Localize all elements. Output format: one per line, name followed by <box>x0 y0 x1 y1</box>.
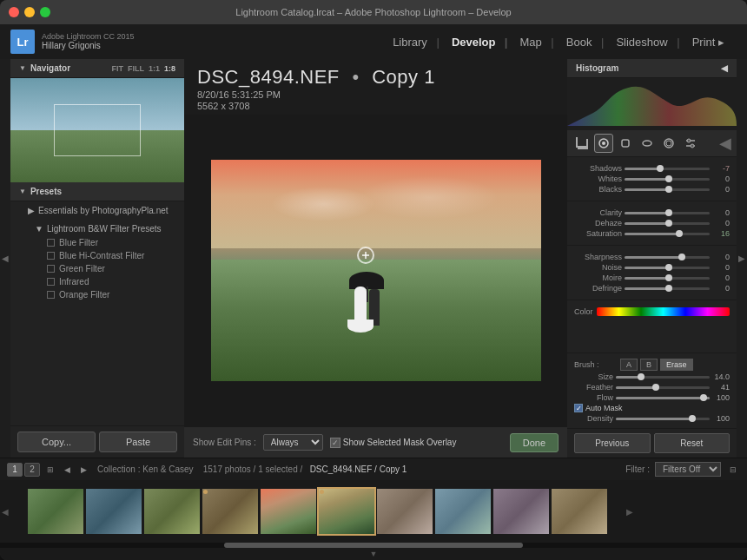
copy-button[interactable]: Copy... <box>17 432 96 452</box>
filmstrip-right-toggle[interactable]: ▶ <box>625 480 635 543</box>
nav-book[interactable]: Book <box>554 36 605 49</box>
filmstrip-left-toggle[interactable]: ◀ <box>0 480 10 543</box>
whites-track[interactable] <box>625 178 710 181</box>
minimize-button[interactable] <box>24 7 35 17</box>
dehaze-track[interactable] <box>625 222 710 225</box>
zoom-1-8[interactable]: 1:8 <box>164 64 175 73</box>
nav-library[interactable]: Library <box>380 36 440 49</box>
photo-canvas[interactable] <box>184 115 567 426</box>
moire-handle[interactable] <box>665 274 672 281</box>
tool-brush[interactable] <box>659 134 678 153</box>
brush-feather-handle[interactable] <box>652 384 659 391</box>
tool-radial[interactable] <box>638 134 657 153</box>
mask-overlay-checkbox[interactable]: ✓ Show Selected Mask Overlay <box>330 438 457 448</box>
brush-tab-erase[interactable]: Erase <box>660 359 693 371</box>
moire-track[interactable] <box>625 277 710 280</box>
sharpness-handle[interactable] <box>678 254 685 260</box>
whites-handle[interactable] <box>665 175 672 182</box>
noise-handle[interactable] <box>665 264 672 271</box>
svg-point-3 <box>643 141 651 146</box>
noise-track[interactable] <box>625 267 710 269</box>
film-thumb-8[interactable] <box>435 489 491 534</box>
film-thumb-3[interactable] <box>144 489 200 534</box>
preset-group-bw-header[interactable]: ▼ Lightroom B&W Filter Presets <box>10 221 184 236</box>
brush-flow-handle[interactable] <box>700 394 707 401</box>
tool-adjustment[interactable] <box>681 134 700 153</box>
film-thumb-4[interactable] <box>202 489 258 534</box>
mask-circle[interactable] <box>357 247 374 264</box>
zoom-fill[interactable]: FILL <box>128 64 144 73</box>
page-btn-2[interactable]: 2 <box>24 463 40 477</box>
window-controls[interactable] <box>9 7 50 17</box>
film-thumb-7[interactable] <box>377 489 433 534</box>
blacks-handle[interactable] <box>665 186 672 193</box>
clarity-track[interactable] <box>625 212 710 214</box>
brush-flow-track[interactable] <box>616 397 710 399</box>
shadows-handle[interactable] <box>657 165 664 172</box>
brush-density-track[interactable] <box>616 418 710 420</box>
navigator-thumbnail[interactable] <box>10 78 184 182</box>
defringe-track[interactable] <box>625 287 710 290</box>
film-thumb-5[interactable] <box>261 489 316 534</box>
arrow-left-icon[interactable]: ◀ <box>60 463 74 477</box>
nav-develop[interactable]: Develop <box>440 36 508 49</box>
shadows-track[interactable] <box>625 168 710 170</box>
zoom-1-1[interactable]: 1:1 <box>149 64 160 73</box>
brush-tab-a[interactable]: A <box>620 359 638 371</box>
film-thumb-6[interactable] <box>319 489 374 534</box>
preset-group-essentials-header[interactable]: ▶ Essentials by PhotographyPla.net <box>10 203 184 218</box>
close-button[interactable] <box>9 7 19 17</box>
filter-icon[interactable]: ⊟ <box>726 463 740 477</box>
saturation-fill <box>625 233 678 235</box>
automask-row[interactable]: ✓ Auto Mask <box>574 404 730 412</box>
preset-infrared[interactable]: Infrared <box>10 275 184 288</box>
preset-blue-hi-contrast[interactable]: Blue Hi-Contrast Filter <box>10 249 184 262</box>
tool-crop[interactable] <box>572 134 592 153</box>
film-thumb-10[interactable] <box>552 489 607 534</box>
brush-tab-b[interactable]: B <box>640 359 658 371</box>
saturation-handle[interactable] <box>676 230 683 237</box>
reset-button[interactable]: Reset <box>654 433 730 453</box>
left-panel-toggle[interactable]: ◀ <box>0 59 10 458</box>
film-thumb-9[interactable] <box>493 489 549 534</box>
sharpness-track[interactable] <box>625 256 710 259</box>
saturation-track[interactable] <box>625 233 710 235</box>
page-btn-1[interactable]: 1 <box>7 463 23 477</box>
film-thumb-1[interactable] <box>28 489 83 534</box>
paste-button[interactable]: Paste <box>99 432 177 452</box>
defringe-handle[interactable] <box>665 285 672 292</box>
filter-select[interactable]: Filters Off Flagged Unflagged <box>655 462 721 477</box>
brush-feather-track[interactable] <box>616 386 710 389</box>
brush-size-handle[interactable] <box>638 373 645 380</box>
tool-heal[interactable] <box>594 134 613 153</box>
preset-green-filter[interactable]: Green Filter <box>10 262 184 275</box>
preset-blue-filter[interactable]: Blue Filter <box>10 236 184 249</box>
center-area: DSC_8494.NEF • Copy 1 8/20/16 5:31:25 PM… <box>184 59 567 458</box>
nav-map[interactable]: Map <box>507 36 553 49</box>
brush-flow-row: Flow 100 <box>574 393 730 402</box>
preset-orange-filter[interactable]: Orange Filter <box>10 288 184 301</box>
done-button[interactable]: Done <box>510 433 559 452</box>
nav-slideshow[interactable]: Slideshow <box>604 36 679 49</box>
right-panel-toggle[interactable]: ▶ <box>737 59 747 458</box>
zoom-fit[interactable]: FIT <box>111 64 123 73</box>
grid-view-icon[interactable]: ⊞ <box>43 463 57 477</box>
brush-density-handle[interactable] <box>689 415 696 422</box>
brush-size-track[interactable] <box>616 376 710 379</box>
tool-redeye[interactable] <box>616 134 635 153</box>
clarity-handle[interactable] <box>665 209 672 216</box>
nav-print[interactable]: Print ▸ <box>680 36 737 49</box>
film-thumb-2[interactable] <box>86 489 142 534</box>
bottom-panel-toggle[interactable]: ▼ <box>0 548 747 560</box>
dehaze-handle[interactable] <box>665 220 672 227</box>
edit-pins-select[interactable]: Always Never Auto Selected <box>263 434 323 451</box>
maximize-button[interactable] <box>40 7 50 17</box>
whites-label: Whites <box>574 175 622 183</box>
panel-toggle-right[interactable]: ◀ <box>719 134 731 153</box>
arrow-right-icon[interactable]: ▶ <box>76 463 90 477</box>
previous-button[interactable]: Previous <box>574 433 651 453</box>
color-bar[interactable] <box>597 307 730 316</box>
blacks-track[interactable] <box>625 188 710 191</box>
automask-checkbox[interactable]: ✓ <box>574 404 583 412</box>
zoom-controls[interactable]: FIT FILL 1:1 1:8 <box>111 64 175 73</box>
